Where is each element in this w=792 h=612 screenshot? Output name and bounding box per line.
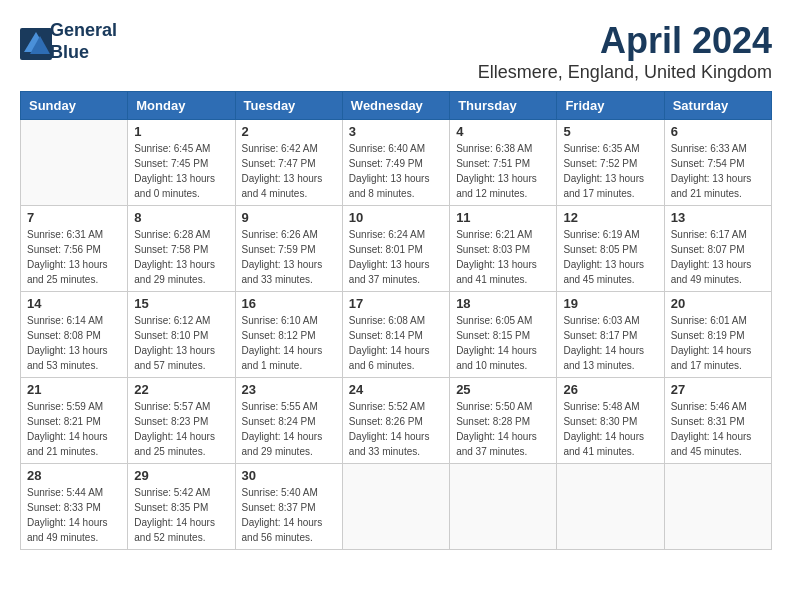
- calendar-cell: 25Sunrise: 5:50 AMSunset: 8:28 PMDayligh…: [450, 378, 557, 464]
- day-number: 7: [27, 210, 121, 225]
- day-number: 27: [671, 382, 765, 397]
- day-info: Sunrise: 5:57 AMSunset: 8:23 PMDaylight:…: [134, 399, 228, 459]
- calendar-cell: 18Sunrise: 6:05 AMSunset: 8:15 PMDayligh…: [450, 292, 557, 378]
- day-info: Sunrise: 6:08 AMSunset: 8:14 PMDaylight:…: [349, 313, 443, 373]
- day-number: 19: [563, 296, 657, 311]
- day-info: Sunrise: 6:38 AMSunset: 7:51 PMDaylight:…: [456, 141, 550, 201]
- calendar-cell: 6Sunrise: 6:33 AMSunset: 7:54 PMDaylight…: [664, 120, 771, 206]
- day-info: Sunrise: 6:03 AMSunset: 8:17 PMDaylight:…: [563, 313, 657, 373]
- calendar-body: 1Sunrise: 6:45 AMSunset: 7:45 PMDaylight…: [21, 120, 772, 550]
- day-number: 23: [242, 382, 336, 397]
- day-number: 20: [671, 296, 765, 311]
- day-info: Sunrise: 5:42 AMSunset: 8:35 PMDaylight:…: [134, 485, 228, 545]
- day-info: Sunrise: 6:01 AMSunset: 8:19 PMDaylight:…: [671, 313, 765, 373]
- calendar-header-row: SundayMondayTuesdayWednesdayThursdayFrid…: [21, 92, 772, 120]
- day-number: 14: [27, 296, 121, 311]
- calendar-cell: 27Sunrise: 5:46 AMSunset: 8:31 PMDayligh…: [664, 378, 771, 464]
- day-info: Sunrise: 6:14 AMSunset: 8:08 PMDaylight:…: [27, 313, 121, 373]
- day-number: 1: [134, 124, 228, 139]
- logo: General Blue: [20, 20, 117, 63]
- calendar-cell: 9Sunrise: 6:26 AMSunset: 7:59 PMDaylight…: [235, 206, 342, 292]
- calendar-cell: 19Sunrise: 6:03 AMSunset: 8:17 PMDayligh…: [557, 292, 664, 378]
- calendar-week-4: 21Sunrise: 5:59 AMSunset: 8:21 PMDayligh…: [21, 378, 772, 464]
- day-info: Sunrise: 6:28 AMSunset: 7:58 PMDaylight:…: [134, 227, 228, 287]
- calendar-cell: [450, 464, 557, 550]
- day-number: 8: [134, 210, 228, 225]
- day-number: 11: [456, 210, 550, 225]
- calendar-week-5: 28Sunrise: 5:44 AMSunset: 8:33 PMDayligh…: [21, 464, 772, 550]
- calendar-cell: [664, 464, 771, 550]
- day-info: Sunrise: 6:42 AMSunset: 7:47 PMDaylight:…: [242, 141, 336, 201]
- day-info: Sunrise: 5:50 AMSunset: 8:28 PMDaylight:…: [456, 399, 550, 459]
- day-info: Sunrise: 6:45 AMSunset: 7:45 PMDaylight:…: [134, 141, 228, 201]
- calendar-cell: 28Sunrise: 5:44 AMSunset: 8:33 PMDayligh…: [21, 464, 128, 550]
- calendar-cell: 14Sunrise: 6:14 AMSunset: 8:08 PMDayligh…: [21, 292, 128, 378]
- calendar-cell: 23Sunrise: 5:55 AMSunset: 8:24 PMDayligh…: [235, 378, 342, 464]
- weekday-header-monday: Monday: [128, 92, 235, 120]
- day-number: 6: [671, 124, 765, 139]
- calendar-cell: 15Sunrise: 6:12 AMSunset: 8:10 PMDayligh…: [128, 292, 235, 378]
- weekday-header-tuesday: Tuesday: [235, 92, 342, 120]
- day-number: 9: [242, 210, 336, 225]
- weekday-header-wednesday: Wednesday: [342, 92, 449, 120]
- calendar-cell: [342, 464, 449, 550]
- day-info: Sunrise: 5:44 AMSunset: 8:33 PMDaylight:…: [27, 485, 121, 545]
- day-number: 15: [134, 296, 228, 311]
- day-number: 13: [671, 210, 765, 225]
- day-info: Sunrise: 6:19 AMSunset: 8:05 PMDaylight:…: [563, 227, 657, 287]
- day-info: Sunrise: 6:21 AMSunset: 8:03 PMDaylight:…: [456, 227, 550, 287]
- day-number: 3: [349, 124, 443, 139]
- calendar-cell: 26Sunrise: 5:48 AMSunset: 8:30 PMDayligh…: [557, 378, 664, 464]
- day-number: 16: [242, 296, 336, 311]
- calendar-cell: 13Sunrise: 6:17 AMSunset: 8:07 PMDayligh…: [664, 206, 771, 292]
- day-number: 26: [563, 382, 657, 397]
- main-title: April 2024: [478, 20, 772, 62]
- calendar-cell: 17Sunrise: 6:08 AMSunset: 8:14 PMDayligh…: [342, 292, 449, 378]
- calendar-cell: 1Sunrise: 6:45 AMSunset: 7:45 PMDaylight…: [128, 120, 235, 206]
- day-info: Sunrise: 6:12 AMSunset: 8:10 PMDaylight:…: [134, 313, 228, 373]
- day-number: 25: [456, 382, 550, 397]
- day-info: Sunrise: 6:17 AMSunset: 8:07 PMDaylight:…: [671, 227, 765, 287]
- calendar-cell: 21Sunrise: 5:59 AMSunset: 8:21 PMDayligh…: [21, 378, 128, 464]
- day-number: 29: [134, 468, 228, 483]
- calendar-cell: 29Sunrise: 5:42 AMSunset: 8:35 PMDayligh…: [128, 464, 235, 550]
- day-number: 10: [349, 210, 443, 225]
- calendar-week-3: 14Sunrise: 6:14 AMSunset: 8:08 PMDayligh…: [21, 292, 772, 378]
- calendar-cell: 20Sunrise: 6:01 AMSunset: 8:19 PMDayligh…: [664, 292, 771, 378]
- day-info: Sunrise: 5:52 AMSunset: 8:26 PMDaylight:…: [349, 399, 443, 459]
- calendar-cell: [557, 464, 664, 550]
- calendar-cell: 12Sunrise: 6:19 AMSunset: 8:05 PMDayligh…: [557, 206, 664, 292]
- day-info: Sunrise: 6:40 AMSunset: 7:49 PMDaylight:…: [349, 141, 443, 201]
- calendar-cell: 10Sunrise: 6:24 AMSunset: 8:01 PMDayligh…: [342, 206, 449, 292]
- day-info: Sunrise: 5:40 AMSunset: 8:37 PMDaylight:…: [242, 485, 336, 545]
- logo-line2: Blue: [50, 42, 117, 64]
- day-number: 12: [563, 210, 657, 225]
- calendar-cell: 7Sunrise: 6:31 AMSunset: 7:56 PMDaylight…: [21, 206, 128, 292]
- day-info: Sunrise: 6:05 AMSunset: 8:15 PMDaylight:…: [456, 313, 550, 373]
- weekday-header-friday: Friday: [557, 92, 664, 120]
- day-number: 18: [456, 296, 550, 311]
- calendar-week-2: 7Sunrise: 6:31 AMSunset: 7:56 PMDaylight…: [21, 206, 772, 292]
- logo-text: General Blue: [50, 20, 117, 63]
- calendar-cell: 8Sunrise: 6:28 AMSunset: 7:58 PMDaylight…: [128, 206, 235, 292]
- calendar-cell: 5Sunrise: 6:35 AMSunset: 7:52 PMDaylight…: [557, 120, 664, 206]
- day-number: 28: [27, 468, 121, 483]
- day-info: Sunrise: 6:26 AMSunset: 7:59 PMDaylight:…: [242, 227, 336, 287]
- day-info: Sunrise: 5:55 AMSunset: 8:24 PMDaylight:…: [242, 399, 336, 459]
- day-info: Sunrise: 6:33 AMSunset: 7:54 PMDaylight:…: [671, 141, 765, 201]
- day-number: 4: [456, 124, 550, 139]
- day-number: 24: [349, 382, 443, 397]
- calendar-cell: 24Sunrise: 5:52 AMSunset: 8:26 PMDayligh…: [342, 378, 449, 464]
- calendar-cell: 3Sunrise: 6:40 AMSunset: 7:49 PMDaylight…: [342, 120, 449, 206]
- calendar-week-1: 1Sunrise: 6:45 AMSunset: 7:45 PMDaylight…: [21, 120, 772, 206]
- weekday-header-sunday: Sunday: [21, 92, 128, 120]
- day-number: 21: [27, 382, 121, 397]
- page-header: General Blue April 2024 Ellesmere, Engla…: [20, 20, 772, 83]
- day-info: Sunrise: 6:31 AMSunset: 7:56 PMDaylight:…: [27, 227, 121, 287]
- subtitle: Ellesmere, England, United Kingdom: [478, 62, 772, 83]
- day-number: 22: [134, 382, 228, 397]
- day-info: Sunrise: 5:46 AMSunset: 8:31 PMDaylight:…: [671, 399, 765, 459]
- calendar-cell: 2Sunrise: 6:42 AMSunset: 7:47 PMDaylight…: [235, 120, 342, 206]
- day-number: 17: [349, 296, 443, 311]
- day-info: Sunrise: 5:59 AMSunset: 8:21 PMDaylight:…: [27, 399, 121, 459]
